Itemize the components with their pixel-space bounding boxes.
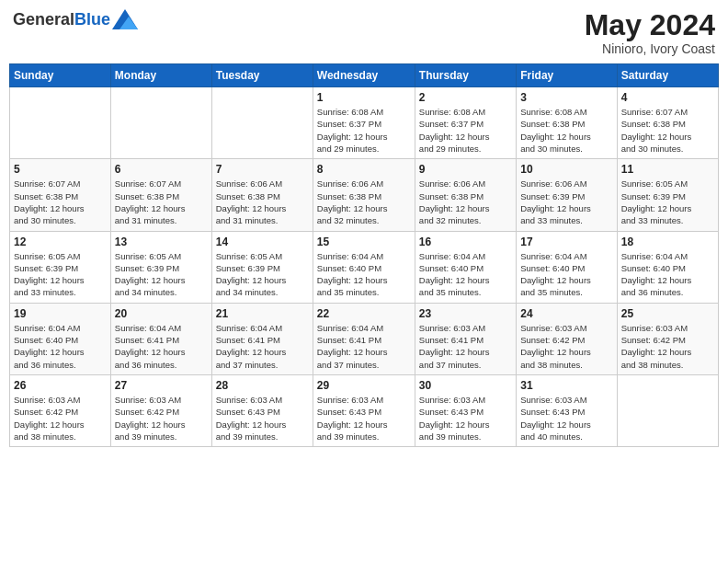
day-number: 29 — [317, 379, 411, 392]
day-info: Sunrise: 6:04 AM Sunset: 6:40 PM Dayligh… — [419, 250, 512, 299]
day-number: 25 — [621, 307, 714, 320]
day-number: 20 — [115, 307, 208, 320]
day-info: Sunrise: 6:08 AM Sunset: 6:38 PM Dayligh… — [520, 106, 612, 155]
day-info: Sunrise: 6:05 AM Sunset: 6:39 PM Dayligh… — [14, 250, 107, 299]
day-info: Sunrise: 6:07 AM Sunset: 6:38 PM Dayligh… — [621, 106, 714, 155]
calendar-cell — [110, 87, 211, 159]
day-number: 10 — [520, 163, 612, 176]
calendar-cell: 11Sunrise: 6:05 AM Sunset: 6:39 PM Dayli… — [617, 159, 718, 231]
day-number: 13 — [115, 236, 208, 248]
logo-blue: Blue — [74, 10, 110, 29]
day-number: 18 — [621, 236, 714, 248]
calendar-cell: 9Sunrise: 6:06 AM Sunset: 6:38 PM Daylig… — [415, 159, 516, 231]
calendar-cell — [617, 374, 718, 446]
day-number: 19 — [14, 307, 107, 320]
day-info: Sunrise: 6:05 AM Sunset: 6:39 PM Dayligh… — [115, 250, 208, 299]
calendar-week-row: 1Sunrise: 6:08 AM Sunset: 6:37 PM Daylig… — [10, 87, 719, 159]
day-info: Sunrise: 6:08 AM Sunset: 6:37 PM Dayligh… — [317, 106, 411, 155]
day-info: Sunrise: 6:06 AM Sunset: 6:38 PM Dayligh… — [419, 178, 512, 226]
logo: GeneralBlue — [13, 9, 138, 29]
weekday-header: Friday — [517, 64, 617, 87]
day-info: Sunrise: 6:08 AM Sunset: 6:37 PM Dayligh… — [419, 106, 512, 155]
day-info: Sunrise: 6:03 AM Sunset: 6:42 PM Dayligh… — [621, 322, 714, 371]
day-info: Sunrise: 6:04 AM Sunset: 6:40 PM Dayligh… — [317, 250, 411, 299]
calendar-cell: 31Sunrise: 6:03 AM Sunset: 6:43 PM Dayli… — [517, 374, 617, 446]
day-number: 30 — [419, 379, 512, 392]
calendar-cell: 22Sunrise: 6:04 AM Sunset: 6:41 PM Dayli… — [313, 303, 415, 374]
day-info: Sunrise: 6:06 AM Sunset: 6:38 PM Dayligh… — [317, 178, 411, 226]
logo-icon — [112, 9, 138, 29]
day-number: 5 — [14, 163, 107, 176]
day-info: Sunrise: 6:03 AM Sunset: 6:42 PM Dayligh… — [14, 394, 107, 442]
calendar-cell: 24Sunrise: 6:03 AM Sunset: 6:42 PM Dayli… — [517, 303, 617, 374]
day-info: Sunrise: 6:04 AM Sunset: 6:40 PM Dayligh… — [520, 250, 612, 299]
calendar-cell — [211, 87, 313, 159]
day-info: Sunrise: 6:04 AM Sunset: 6:41 PM Dayligh… — [115, 322, 208, 371]
calendar: SundayMondayTuesdayWednesdayThursdayFrid… — [9, 63, 719, 447]
day-info: Sunrise: 6:04 AM Sunset: 6:40 PM Dayligh… — [621, 250, 714, 299]
day-number: 22 — [317, 307, 411, 320]
weekday-header: Tuesday — [211, 64, 313, 87]
day-info: Sunrise: 6:03 AM Sunset: 6:43 PM Dayligh… — [317, 394, 411, 442]
weekday-header: Saturday — [617, 64, 718, 87]
calendar-cell: 15Sunrise: 6:04 AM Sunset: 6:40 PM Dayli… — [313, 231, 415, 303]
day-number: 28 — [216, 379, 309, 392]
day-number: 24 — [520, 307, 612, 320]
calendar-cell: 3Sunrise: 6:08 AM Sunset: 6:38 PM Daylig… — [517, 87, 617, 159]
day-info: Sunrise: 6:07 AM Sunset: 6:38 PM Dayligh… — [115, 178, 208, 226]
calendar-cell: 19Sunrise: 6:04 AM Sunset: 6:40 PM Dayli… — [10, 303, 111, 374]
day-number: 11 — [621, 163, 714, 176]
day-info: Sunrise: 6:04 AM Sunset: 6:41 PM Dayligh… — [216, 322, 309, 371]
month-year: May 2024 — [585, 9, 715, 41]
day-info: Sunrise: 6:04 AM Sunset: 6:40 PM Dayligh… — [14, 322, 107, 371]
day-number: 17 — [520, 236, 612, 248]
calendar-cell: 14Sunrise: 6:05 AM Sunset: 6:39 PM Dayli… — [211, 231, 313, 303]
weekday-header: Sunday — [10, 64, 111, 87]
day-number: 8 — [317, 163, 411, 176]
calendar-cell: 10Sunrise: 6:06 AM Sunset: 6:39 PM Dayli… — [517, 159, 617, 231]
calendar-cell: 27Sunrise: 6:03 AM Sunset: 6:42 PM Dayli… — [110, 374, 211, 446]
day-info: Sunrise: 6:04 AM Sunset: 6:41 PM Dayligh… — [317, 322, 411, 371]
location: Ninioro, Ivory Coast — [585, 41, 715, 56]
calendar-cell: 8Sunrise: 6:06 AM Sunset: 6:38 PM Daylig… — [313, 159, 415, 231]
page: GeneralBlue May 2024 Ninioro, Ivory Coas… — [0, 0, 728, 563]
day-number: 15 — [317, 236, 411, 248]
day-number: 16 — [419, 236, 512, 248]
day-number: 26 — [14, 379, 107, 392]
calendar-cell: 18Sunrise: 6:04 AM Sunset: 6:40 PM Dayli… — [617, 231, 718, 303]
day-info: Sunrise: 6:03 AM Sunset: 6:43 PM Dayligh… — [520, 394, 612, 442]
calendar-cell: 13Sunrise: 6:05 AM Sunset: 6:39 PM Dayli… — [110, 231, 211, 303]
calendar-cell: 7Sunrise: 6:06 AM Sunset: 6:38 PM Daylig… — [211, 159, 313, 231]
calendar-cell: 17Sunrise: 6:04 AM Sunset: 6:40 PM Dayli… — [517, 231, 617, 303]
calendar-week-row: 12Sunrise: 6:05 AM Sunset: 6:39 PM Dayli… — [10, 231, 719, 303]
day-info: Sunrise: 6:03 AM Sunset: 6:42 PM Dayligh… — [520, 322, 612, 371]
day-number: 7 — [216, 163, 309, 176]
day-number: 3 — [520, 91, 612, 104]
header: GeneralBlue May 2024 Ninioro, Ivory Coas… — [9, 9, 719, 56]
day-info: Sunrise: 6:03 AM Sunset: 6:42 PM Dayligh… — [115, 394, 208, 442]
day-info: Sunrise: 6:06 AM Sunset: 6:39 PM Dayligh… — [520, 178, 612, 226]
day-number: 27 — [115, 379, 208, 392]
day-number: 2 — [419, 91, 512, 104]
day-number: 6 — [115, 163, 208, 176]
day-number: 1 — [317, 91, 411, 104]
day-info: Sunrise: 6:03 AM Sunset: 6:43 PM Dayligh… — [419, 394, 512, 442]
calendar-cell: 21Sunrise: 6:04 AM Sunset: 6:41 PM Dayli… — [211, 303, 313, 374]
calendar-cell: 20Sunrise: 6:04 AM Sunset: 6:41 PM Dayli… — [110, 303, 211, 374]
calendar-cell: 26Sunrise: 6:03 AM Sunset: 6:42 PM Dayli… — [10, 374, 111, 446]
day-number: 14 — [216, 236, 309, 248]
calendar-cell — [10, 87, 111, 159]
calendar-cell: 12Sunrise: 6:05 AM Sunset: 6:39 PM Dayli… — [10, 231, 111, 303]
day-info: Sunrise: 6:05 AM Sunset: 6:39 PM Dayligh… — [621, 178, 714, 226]
calendar-cell: 5Sunrise: 6:07 AM Sunset: 6:38 PM Daylig… — [10, 159, 111, 231]
calendar-cell: 30Sunrise: 6:03 AM Sunset: 6:43 PM Dayli… — [415, 374, 516, 446]
calendar-cell: 23Sunrise: 6:03 AM Sunset: 6:41 PM Dayli… — [415, 303, 516, 374]
calendar-week-row: 19Sunrise: 6:04 AM Sunset: 6:40 PM Dayli… — [10, 303, 719, 374]
calendar-cell: 4Sunrise: 6:07 AM Sunset: 6:38 PM Daylig… — [617, 87, 718, 159]
day-info: Sunrise: 6:03 AM Sunset: 6:43 PM Dayligh… — [216, 394, 309, 442]
day-number: 23 — [419, 307, 512, 320]
day-number: 31 — [520, 379, 612, 392]
weekday-header: Wednesday — [313, 64, 415, 87]
day-number: 21 — [216, 307, 309, 320]
day-info: Sunrise: 6:05 AM Sunset: 6:39 PM Dayligh… — [216, 250, 309, 299]
